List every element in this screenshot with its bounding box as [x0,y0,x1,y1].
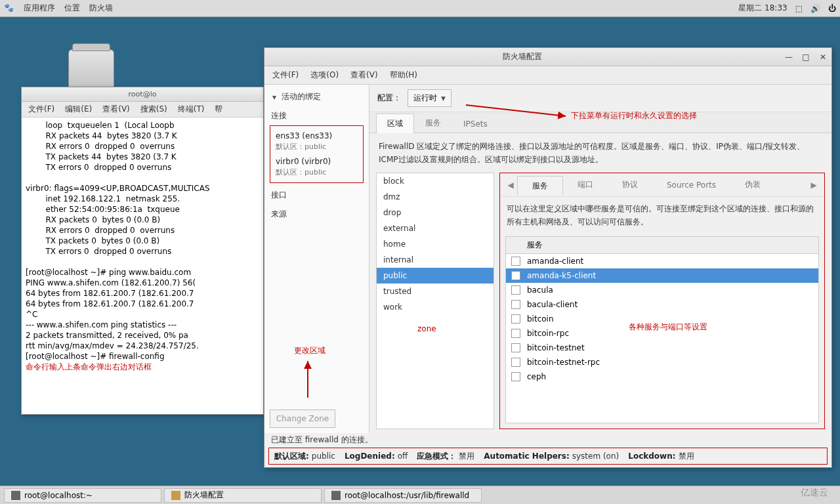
services-description: 可以在这里定义区域中哪些服务是可信的。可连接至绑定到这个区域的连接、接口和源的所… [500,197,824,234]
zone-list: block dmz drop external home internal pu… [376,173,494,429]
chevron-down-icon: ▾ [271,93,278,102]
taskbar-firewall-config[interactable]: 防火墙配置 [164,488,322,503]
subtab-services[interactable]: 服务 [517,176,563,196]
service-row[interactable]: bitcoin-testnet-rpc [506,355,818,369]
chevron-down-icon: ▼ [441,95,446,102]
zone-trusted[interactable]: trusted [377,284,494,299]
terminal-titlebar[interactable]: root@lo [22,87,263,102]
network-icon[interactable]: ⬚ [795,4,803,13]
fw-menubar: 文件(F) 选项(O) 查看(V) 帮助(H) [264,66,831,85]
service-row[interactable]: bitcoin-rpc [506,326,818,341]
service-row[interactable]: bacula [506,283,818,297]
zone-internal[interactable]: internal [377,252,494,268]
gnome-top-panel: 🐾 应用程序 位置 防火墙 星期二 18:33 ⬚ 🔊 ⏻ [0,0,840,17]
fw-window-title: 防火墙配置 [264,51,780,62]
maximize-button[interactable]: □ [800,51,812,63]
tab-scroll-left[interactable]: ◀ [504,180,517,190]
tab-services[interactable]: 服务 [414,113,452,133]
service-row[interactable]: bitcoin [506,312,818,326]
menu-places[interactable]: 位置 [64,3,80,14]
watermark-brand: 亿速云 [801,487,828,499]
service-row[interactable]: amanda-k5-client [506,268,818,283]
term-menu-search[interactable]: 搜索(S) [140,104,167,115]
taskbar-terminal[interactable]: root@localhost:~ [4,488,161,503]
zone-config-panel: ◀ 服务 端口 协议 Source Ports 伪装 ▶ 可以在这里定义区域中哪… [499,173,825,429]
subtab-source-ports[interactable]: Source Ports [652,177,730,194]
foot-icon: 🐾 [4,3,14,14]
terminal-window: root@lo 文件(F) 编辑(E) 查看(V) 搜索(S) 终端(T) 帮 … [21,87,264,415]
zone-drop[interactable]: drop [377,205,494,220]
active-bindings-header[interactable]: ▾ 活动的绑定 [270,90,364,104]
subtab-masquerade[interactable]: 伪装 [730,175,775,194]
checkbox[interactable] [511,300,520,309]
terminal-icon [331,491,341,500]
terminal-icon [11,491,20,500]
gnome-taskbar: root@localhost:~ 防火墙配置 root@localhost:/u… [0,486,840,504]
shield-icon [171,491,180,500]
fw-left-panel: ▾ 活动的绑定 连接 ens33 (ens33) 默认区：public virb… [264,85,369,433]
subtab-ports[interactable]: 端口 [563,175,608,194]
fw-status-bar: 默认区域:public LogDenied:off 应急模式：禁用 Automa… [268,448,828,465]
checkbox[interactable] [511,372,520,381]
checkbox[interactable] [511,285,520,295]
change-zone-button[interactable]: Change Zone [270,410,335,428]
volume-icon[interactable]: 🔊 [810,4,820,13]
zone-block[interactable]: block [377,173,494,189]
tab-scroll-right[interactable]: ▶ [807,180,820,190]
conn-item-virbr0[interactable]: virbr0 (virbr0) 默认区：public [273,154,360,180]
config-label: 配置： [377,93,401,104]
term-menu-help[interactable]: 帮 [215,104,222,115]
zone-sub-tabs: ◀ 服务 端口 协议 Source Ports 伪装 ▶ [500,173,824,197]
service-row[interactable]: amanda-client [506,254,818,268]
zone-work[interactable]: work [377,299,494,315]
power-icon[interactable]: ⏻ [828,4,836,13]
fw-menu-file[interactable]: 文件(F) [272,70,299,81]
checkbox[interactable] [511,358,520,367]
terminal-menubar: 文件(F) 编辑(E) 查看(V) 搜索(S) 终端(T) 帮 [22,102,263,117]
service-row[interactable]: bitcoin-testnet [506,341,818,355]
checkbox[interactable] [511,314,520,324]
fw-menu-options[interactable]: 选项(O) [310,70,339,81]
term-menu-view[interactable]: 查看(V) [102,104,130,115]
config-runtime-dropdown[interactable]: 运行时 ▼ [408,89,452,107]
clock-text[interactable]: 星期二 18:33 [738,3,787,14]
checkbox[interactable] [511,271,520,280]
minimize-button[interactable]: — [783,51,795,63]
fw-menu-view[interactable]: 查看(V) [350,70,378,81]
zone-public[interactable]: public [377,268,494,284]
menu-applications[interactable]: 应用程序 [24,3,55,14]
term-menu-file[interactable]: 文件(F) [28,104,54,115]
fw-menu-help[interactable]: 帮助(H) [390,70,417,81]
zone-home[interactable]: home [377,236,494,252]
menu-firewall[interactable]: 防火墙 [89,3,113,14]
term-menu-terminal[interactable]: 终端(T) [178,104,205,115]
connections-list: ens33 (ens33) 默认区：public virbr0 (virbr0)… [270,125,364,183]
interfaces-label: 接口 [270,188,364,202]
terminal-output[interactable]: loop txqueuelen 1 (Local Loopb RX packet… [22,117,263,414]
checkbox[interactable] [511,343,520,352]
connection-status: 已建立至 firewalld 的连接。 [264,433,831,448]
service-row[interactable]: ceph [506,369,818,384]
zone-description: FirewallD 区域定义了绑定的网络连接、接口以及源地址的可信程度。区域是服… [369,133,831,173]
services-table: 服务 amanda-client amanda-k5-client bacula… [505,236,819,423]
connections-label: 连接 [270,109,364,123]
tab-ipsets[interactable]: IPSets [452,115,499,133]
zone-external[interactable]: external [377,220,494,236]
zone-dmz[interactable]: dmz [377,189,494,205]
checkbox[interactable] [511,329,520,338]
fw-titlebar[interactable]: 防火墙配置 — □ ✕ [264,48,831,66]
firewall-config-window: 防火墙配置 — □ ✕ 文件(F) 选项(O) 查看(V) 帮助(H) ▾ 活动… [264,47,832,468]
taskbar-terminal-firewalld[interactable]: root@localhost:/usr/lib/firewalld [324,488,482,503]
tab-zones[interactable]: 区域 [376,114,414,133]
services-column-header[interactable]: 服务 [506,237,818,254]
service-row[interactable]: bacula-client [506,297,818,312]
close-button[interactable]: ✕ [817,51,829,63]
checkbox[interactable] [511,257,520,266]
conn-item-ens33[interactable]: ens33 (ens33) 默认区：public [273,129,360,154]
term-menu-edit[interactable]: 编辑(E) [65,104,92,115]
fw-main-tabs: 区域 服务 IPSets [369,112,831,133]
subtab-protocols[interactable]: 协议 [608,175,652,194]
fw-main-panel: 配置： 运行时 ▼ 区域 服务 IPSets FirewallD 区域定义了绑定… [369,85,831,433]
sources-label: 来源 [270,207,364,221]
